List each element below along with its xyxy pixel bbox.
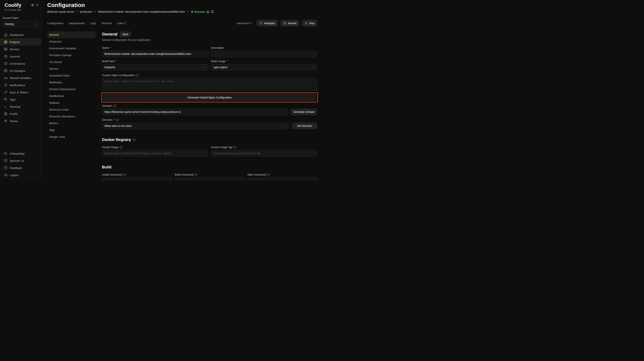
info-icon[interactable]: i bbox=[136, 74, 139, 77]
sidebar-item-label: Onboarding bbox=[10, 152, 24, 155]
subnav-healthcheck[interactable]: Healthcheck bbox=[47, 93, 96, 99]
tab-deployments[interactable]: Deployments bbox=[69, 22, 85, 25]
direction-select[interactable]: Allow www & non-www. bbox=[102, 123, 290, 129]
subnav-preview-deployments[interactable]: Preview Deployments bbox=[47, 86, 96, 93]
breadcrumb-application[interactable]: illicitestonion/-module--decomposition:m… bbox=[98, 10, 185, 13]
theme-select-chevrons-icon[interactable] bbox=[36, 4, 38, 7]
info-icon[interactable]: i bbox=[116, 119, 118, 121]
git-source-icon bbox=[4, 54, 8, 58]
info-icon[interactable]: i bbox=[114, 105, 116, 107]
subnav-general[interactable]: General bbox=[47, 31, 96, 38]
select-chevrons-icon bbox=[124, 22, 126, 24]
chevron-down-icon bbox=[34, 23, 37, 25]
sidebar-item-sources[interactable]: Sources bbox=[0, 53, 41, 60]
subnav-danger-zone[interactable]: Danger Zone bbox=[47, 133, 96, 140]
subnav-advanced[interactable]: Advanced bbox=[47, 38, 96, 45]
sidebar-item-label: Tags bbox=[10, 98, 16, 101]
subnav-metrics[interactable]: Metrics bbox=[47, 120, 96, 127]
stop-button[interactable]: Stop bbox=[302, 20, 317, 27]
build-pack-select[interactable]: Nixpacks bbox=[102, 64, 208, 71]
sidebar-item-projects[interactable]: Projects bbox=[0, 38, 41, 46]
sidebar-item-terminal[interactable]: >_ Terminal bbox=[0, 103, 41, 110]
theme-sun-icon[interactable] bbox=[31, 4, 34, 7]
subnav-environment-variables[interactable]: Environment Variables bbox=[47, 45, 96, 52]
tab-logs[interactable]: Logs bbox=[90, 22, 96, 25]
info-icon[interactable]: i bbox=[267, 173, 270, 176]
set-direction-button[interactable]: Set Direction bbox=[292, 123, 317, 129]
install-command-input[interactable] bbox=[102, 177, 172, 181]
info-icon[interactable]: i bbox=[132, 138, 136, 141]
advanced-dropdown[interactable]: Advanced bbox=[237, 22, 252, 25]
subnav-webhooks[interactable]: Webhooks bbox=[47, 79, 96, 86]
direction-label: Direction bbox=[102, 118, 112, 121]
tab-configuration[interactable]: Configuration bbox=[47, 22, 64, 25]
subnav-persistent-storage[interactable]: Persistent Storage bbox=[47, 52, 96, 59]
sidebar-item-s3-storages[interactable]: S3 Storages bbox=[0, 67, 41, 74]
static-image-select[interactable]: nginx:alpine bbox=[211, 64, 317, 71]
sidebar-item-tags[interactable]: Tags bbox=[0, 96, 41, 103]
subnav-rollback[interactable]: Rollback bbox=[47, 99, 96, 106]
subnav-git-source[interactable]: Git Source bbox=[47, 59, 96, 65]
status-badge[interactable]: Running bbox=[194, 10, 205, 13]
sidebar-item-servers[interactable]: Servers bbox=[0, 46, 41, 53]
redeploy-button[interactable]: Redeploy bbox=[256, 20, 278, 27]
subnav-resource-limits[interactable]: Resource Limits bbox=[47, 106, 96, 113]
section-subtitle: General configuration for your applicati… bbox=[102, 38, 317, 41]
start-command-input[interactable] bbox=[247, 177, 317, 181]
breadcrumb-environment[interactable]: production bbox=[80, 10, 92, 13]
sidebar-item-logout[interactable]: Logout bbox=[0, 171, 41, 179]
static-image-label: Static Image bbox=[211, 60, 226, 63]
sidebar-item-dashboard[interactable]: Dashboard bbox=[0, 31, 41, 38]
name-label: Name bbox=[102, 46, 109, 49]
tag-icon bbox=[4, 97, 8, 102]
sidebar-item-keys-tokens[interactable]: Keys & Tokens bbox=[0, 89, 41, 96]
info-icon[interactable]: i bbox=[234, 146, 236, 149]
save-button[interactable]: Save bbox=[120, 31, 131, 37]
sidebar-item-shared-variables[interactable]: (x) Shared Variables bbox=[0, 74, 41, 82]
build-command-input[interactable] bbox=[175, 177, 245, 181]
generate-domain-button[interactable]: Generate Domain bbox=[291, 109, 317, 115]
docker-image-input[interactable] bbox=[102, 150, 208, 157]
description-label: Description bbox=[211, 46, 224, 49]
warning-icon[interactable] bbox=[206, 10, 210, 13]
start-command-label: Start Command bbox=[247, 173, 266, 176]
subnav-resource-operations[interactable]: Resource Operations bbox=[47, 113, 96, 120]
subnav-tags[interactable]: Tags bbox=[47, 127, 96, 133]
sidebar-item-destinations[interactable]: Destinations bbox=[0, 60, 41, 67]
sidebar-item-label: Sources bbox=[10, 55, 20, 58]
breadcrumb: illicitonion quote server production ill… bbox=[47, 10, 317, 13]
config-subnav: General Advanced Environment Variables P… bbox=[47, 31, 96, 140]
subnav-scheduled-tasks[interactable]: Scheduled Tasks bbox=[47, 72, 96, 79]
tab-links[interactable]: Links bbox=[117, 22, 126, 25]
nginx-config-textarea[interactable] bbox=[102, 78, 317, 91]
server-icon bbox=[4, 47, 8, 51]
status-dot bbox=[191, 11, 193, 13]
subnav-servers[interactable]: Servers bbox=[47, 65, 96, 72]
generate-nginx-config-button[interactable]: Generate Default Nginx Configuration bbox=[103, 94, 316, 101]
restart-button[interactable]: Restart bbox=[280, 20, 299, 27]
sidebar-item-teams[interactable]: Teams bbox=[0, 117, 41, 125]
name-input[interactable] bbox=[102, 51, 208, 57]
sidebar-item-label: Servers bbox=[10, 48, 20, 51]
sidebar-item-label: Profile bbox=[10, 112, 18, 116]
checklist-icon bbox=[4, 151, 8, 156]
sidebar-item-onboarding[interactable]: Onboarding bbox=[0, 150, 41, 157]
app-logo[interactable]: Coolify bbox=[4, 2, 22, 8]
info-icon[interactable]: i bbox=[194, 173, 197, 176]
domains-input[interactable] bbox=[102, 109, 288, 115]
refresh-icon[interactable] bbox=[211, 10, 214, 13]
team-select[interactable]: Hosting bbox=[2, 21, 39, 27]
docker-image-tag-input[interactable] bbox=[211, 150, 317, 157]
sidebar-item-sponsor-us[interactable]: Sponsor us bbox=[0, 157, 41, 164]
sidebar-item-profile[interactable]: Profile bbox=[0, 110, 41, 117]
info-icon[interactable]: i bbox=[123, 173, 126, 176]
sidebar-item-feedback[interactable]: Feedback bbox=[0, 164, 41, 171]
database-icon bbox=[4, 69, 8, 73]
sidebar-item-label: Terminal bbox=[10, 105, 20, 108]
sidebar-item-notifications[interactable]: Notifications bbox=[0, 82, 41, 89]
tab-terminal[interactable]: Terminal bbox=[101, 22, 112, 25]
description-input[interactable] bbox=[211, 51, 317, 57]
chevron-down-icon bbox=[312, 66, 315, 69]
info-icon[interactable]: i bbox=[120, 146, 122, 149]
breadcrumb-project[interactable]: illicitonion quote server bbox=[47, 10, 74, 13]
